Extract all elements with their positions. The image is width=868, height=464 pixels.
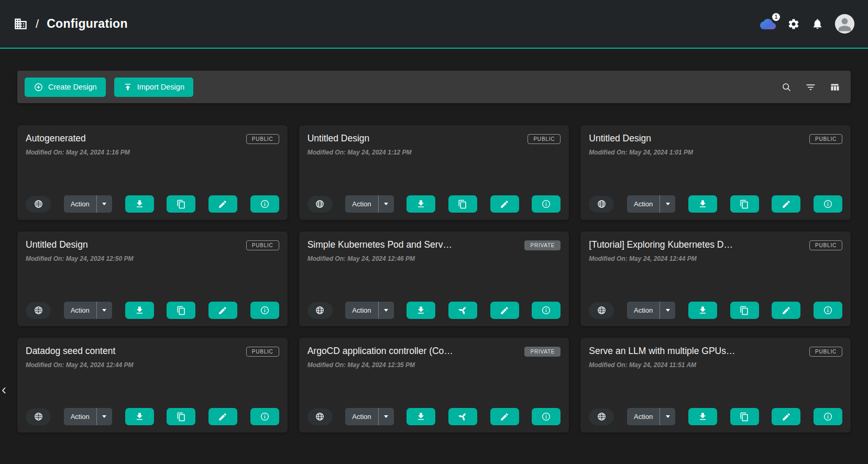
card-actions: Action	[26, 302, 279, 319]
edit-button[interactable]	[772, 408, 800, 425]
copy-icon	[740, 412, 749, 422]
info-button[interactable]	[814, 302, 842, 319]
action-dropdown-toggle[interactable]	[378, 408, 394, 425]
pattern-button[interactable]	[448, 302, 477, 319]
clone-button[interactable]	[730, 302, 759, 319]
clone-button[interactable]	[730, 195, 759, 213]
edit-button[interactable]	[208, 408, 237, 425]
card-header: Datadog seed content PUBLIC	[26, 346, 279, 357]
info-button[interactable]	[250, 195, 279, 213]
visibility-badge: PUBLIC	[246, 240, 279, 250]
building-icon[interactable]	[14, 17, 28, 31]
design-title: Datadog seed content	[26, 346, 120, 357]
header-actions: 1	[760, 14, 854, 34]
edit-button[interactable]	[208, 195, 237, 213]
clone-button[interactable]	[167, 195, 195, 213]
info-button[interactable]	[814, 408, 842, 425]
visibility-globe-button[interactable]	[307, 196, 333, 213]
info-button[interactable]	[532, 302, 561, 319]
edit-button[interactable]	[490, 302, 519, 319]
visibility-badge: PRIVATE	[524, 240, 561, 250]
clone-button[interactable]	[167, 302, 195, 319]
globe-icon	[597, 199, 607, 209]
visibility-globe-button[interactable]	[589, 196, 614, 213]
action-button[interactable]: Action	[627, 195, 660, 213]
action-dropdown-toggle[interactable]	[660, 302, 675, 319]
download-button[interactable]	[688, 302, 717, 319]
import-design-button[interactable]: Import Design	[114, 78, 193, 97]
clone-button[interactable]	[448, 195, 477, 213]
collapse-panel-button[interactable]: ‹	[2, 383, 6, 397]
visibility-globe-button[interactable]	[26, 302, 51, 319]
table-view-button[interactable]	[826, 78, 843, 96]
edit-button[interactable]	[490, 408, 519, 425]
action-button[interactable]: Action	[345, 408, 378, 425]
action-dropdown-toggle[interactable]	[660, 408, 675, 425]
action-dropdown-toggle[interactable]	[660, 195, 675, 213]
edit-button[interactable]	[208, 302, 237, 319]
action-button[interactable]: Action	[345, 302, 378, 319]
card-header: Serve an LLM with multiple GPUs… PUBLIC	[589, 346, 842, 357]
visibility-globe-button[interactable]	[307, 302, 333, 319]
pencil-icon	[218, 306, 227, 315]
notifications-button[interactable]	[811, 18, 823, 30]
visibility-globe-button[interactable]	[589, 302, 614, 319]
create-design-button[interactable]: Create Design	[25, 78, 106, 97]
search-button[interactable]	[777, 78, 795, 96]
design-title: Untitled Design	[589, 133, 656, 144]
pencil-icon	[782, 200, 791, 209]
copy-icon	[177, 200, 186, 209]
download-button[interactable]	[125, 302, 154, 319]
edit-button[interactable]	[772, 195, 800, 213]
card-actions: Action	[307, 195, 561, 213]
download-button[interactable]	[125, 408, 154, 425]
action-dropdown-toggle[interactable]	[378, 195, 394, 213]
chevron-down-icon	[102, 203, 106, 205]
visibility-badge: PRIVATE	[524, 347, 561, 357]
clone-button[interactable]	[167, 408, 195, 425]
filter-button[interactable]	[801, 78, 819, 96]
pencil-icon	[500, 412, 509, 422]
visibility-globe-button[interactable]	[26, 196, 51, 213]
upload-icon	[123, 82, 133, 92]
clone-button[interactable]	[730, 408, 759, 425]
download-button[interactable]	[406, 195, 435, 213]
action-button[interactable]: Action	[64, 302, 96, 319]
download-button[interactable]	[406, 302, 435, 319]
action-dropdown-toggle[interactable]	[378, 302, 394, 319]
info-button[interactable]	[250, 408, 279, 425]
action-button[interactable]: Action	[64, 408, 96, 425]
page-title: Configuration	[47, 17, 128, 31]
action-dropdown-toggle[interactable]	[96, 408, 112, 425]
info-button[interactable]	[814, 195, 842, 213]
visibility-globe-button[interactable]	[589, 408, 614, 425]
download-button[interactable]	[125, 195, 154, 213]
download-button[interactable]	[688, 195, 717, 213]
avatar[interactable]	[835, 14, 854, 34]
action-dropdown-toggle[interactable]	[96, 302, 112, 319]
info-button[interactable]	[250, 302, 279, 319]
action-button[interactable]: Action	[627, 408, 660, 425]
settings-button[interactable]	[787, 18, 800, 30]
visibility-globe-button[interactable]	[307, 408, 333, 425]
card-actions: Action	[307, 302, 561, 319]
action-button[interactable]: Action	[64, 195, 96, 213]
visibility-globe-button[interactable]	[26, 408, 51, 425]
modified-date: Modified On: May 24, 2024 11:51 AM	[589, 361, 842, 369]
provider-cloud-button[interactable]: 1	[760, 16, 776, 32]
action-dropdown-toggle[interactable]	[96, 195, 112, 213]
globe-icon	[315, 199, 325, 209]
info-button[interactable]	[532, 408, 561, 425]
chevron-down-icon	[384, 203, 388, 205]
edit-button[interactable]	[772, 302, 800, 319]
gear-icon	[787, 18, 800, 30]
pencil-icon	[218, 200, 227, 209]
action-button[interactable]: Action	[627, 302, 660, 319]
pattern-button[interactable]	[448, 408, 477, 425]
info-button[interactable]	[532, 195, 561, 213]
download-button[interactable]	[688, 408, 717, 425]
download-button[interactable]	[406, 408, 435, 425]
download-icon	[135, 412, 145, 422]
action-button[interactable]: Action	[345, 195, 378, 213]
edit-button[interactable]	[490, 195, 519, 213]
